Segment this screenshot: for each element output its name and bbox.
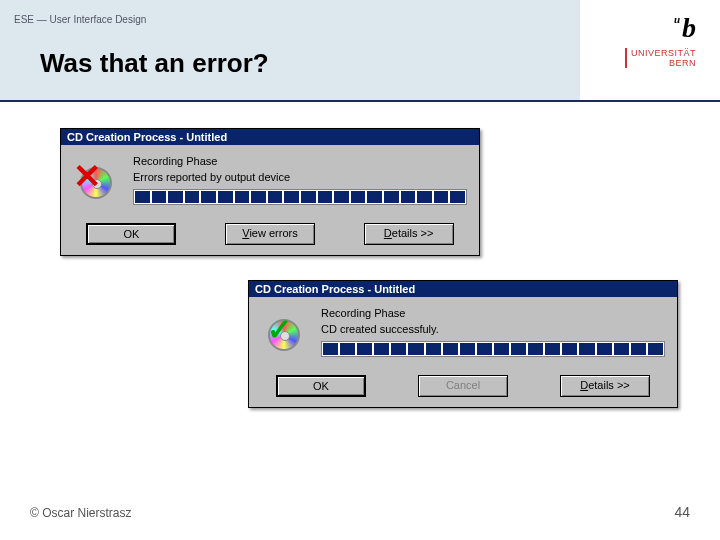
dialog-titlebar: CD Creation Process - Untitled [61,129,479,145]
progress-bar [321,341,665,357]
progress-bar [133,189,467,205]
phase-label: Recording Phase [133,155,467,167]
footer-author: © Oscar Nierstrasz [30,506,132,520]
details-rest: etails >> [588,379,630,391]
success-check-icon: ✓ [267,313,292,347]
status-label: Errors reported by output device [133,171,467,183]
page-title: Was that an error? [40,48,269,79]
dialog-button-row: OK Cancel Details >> [249,369,677,407]
cd-dialog-error: CD Creation Process - Untitled ✕ Recordi… [60,128,480,256]
breadcrumb: ESE — User Interface Design [14,14,146,25]
cd-dialog-success: CD Creation Process - Untitled ✓ Recordi… [248,280,678,408]
university-logo: ub UNIVERSITÄT BERN [625,12,696,68]
phase-label: Recording Phase [321,307,665,319]
dialog-titlebar: CD Creation Process - Untitled [249,281,677,297]
view-rest: iew errors [249,227,297,239]
ok-button[interactable]: OK [276,375,366,397]
cd-error-icon: ✕ [75,163,117,205]
details-button[interactable]: Details >> [364,223,454,245]
logo-text: UNIVERSITÄT BERN [625,48,696,68]
cancel-button: Cancel [418,375,508,397]
details-rest: etails >> [392,227,434,239]
status-label: CD created successfuly. [321,323,665,335]
details-underline: D [384,227,392,239]
details-button[interactable]: Details >> [560,375,650,397]
error-x-icon: ✕ [73,159,101,193]
details-underline: D [580,379,588,391]
logo-uni-2: BERN [631,58,696,68]
ok-button[interactable]: OK [86,223,176,245]
header-rule [0,100,720,102]
dialog-button-row: OK View errors Details >> [61,217,479,255]
cd-success-icon: ✓ [263,315,305,357]
logo-b-icon: ub [625,12,696,44]
logo-letter: b [682,12,696,43]
dialog-body: ✕ Recording Phase Errors reported by out… [61,145,479,217]
logo-uni-1: UNIVERSITÄT [631,48,696,58]
footer-page-number: 44 [674,504,690,520]
view-errors-button[interactable]: View errors [225,223,315,245]
logo-sup: u [674,13,680,25]
dialog-body: ✓ Recording Phase CD created successfuly… [249,297,677,369]
